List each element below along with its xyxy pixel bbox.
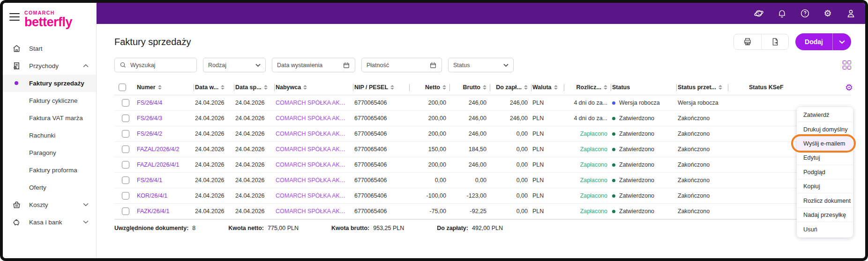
row-cell-brutto: 246,00: [451, 100, 491, 106]
sort-icon[interactable]: [524, 85, 528, 90]
table-row[interactable]: FAZAL/2026/4/1 24.04.2026 24.04.2026 COM…: [114, 157, 851, 173]
add-dropdown-chevron-icon[interactable]: [832, 33, 851, 50]
sidebar-item-oferty[interactable]: Oferty: [3, 179, 96, 196]
grid-view-toggle-icon[interactable]: [843, 61, 852, 69]
select-all-checkbox[interactable]: [119, 84, 126, 91]
row-cell-numer[interactable]: FS/26/4/3: [137, 115, 195, 122]
invoice-icon: [11, 61, 22, 70]
context-menu-item[interactable]: Kopiuj: [797, 179, 853, 193]
sort-icon[interactable]: [483, 85, 486, 90]
row-checkbox[interactable]: [122, 177, 129, 184]
sidebar-item-faktury-sprzedazy[interactable]: Faktury sprzedaży: [3, 75, 96, 92]
column-header[interactable]: NIP / PESEL: [354, 80, 411, 95]
row-checkbox[interactable]: [122, 207, 129, 215]
notifications-bell-icon[interactable]: [777, 8, 787, 19]
row-checkbox[interactable]: [122, 130, 129, 138]
row-checkbox[interactable]: [122, 146, 129, 153]
column-header[interactable]: Data sp...: [235, 80, 276, 95]
table-row[interactable]: FS/26/4/1 24.04.2026 24.04.2026 COMARCH …: [114, 173, 851, 188]
row-cell-numer[interactable]: FAZAL/2026/4/2: [137, 146, 195, 153]
row-cell-numer[interactable]: FS/26/4/1: [137, 177, 195, 184]
hamburger-menu-icon[interactable]: [9, 13, 20, 21]
table-row[interactable]: FAZAL/2026/4/2 24.04.2026 24.04.2026 COM…: [114, 142, 851, 157]
context-menu-item[interactable]: Wyślij e-mailem: [797, 137, 853, 151]
row-cell-nabywca[interactable]: COMARCH SPÓŁKA AKCYJ...: [276, 161, 354, 168]
status-select[interactable]: Status: [448, 58, 514, 72]
sort-icon[interactable]: [264, 85, 268, 90]
sidebar-item-kasa-i-bank[interactable]: Kasa i bank: [3, 214, 96, 231]
column-header[interactable]: Data w...: [195, 80, 235, 95]
sidebar-item-faktura-vat-marza[interactable]: Faktura VAT marża: [3, 109, 96, 127]
row-cell-nabywca[interactable]: COMARCH SPÓŁKA AKCYJ...: [276, 115, 354, 122]
table-row[interactable]: KOR/26/4/1 24.04.2026 24.04.2026 COMARCH…: [114, 188, 851, 204]
platnosc-datepicker[interactable]: Płatność: [361, 58, 442, 72]
column-header[interactable]: Rozlicz...: [565, 80, 612, 95]
column-header[interactable]: Netto: [411, 80, 451, 95]
context-menu-item[interactable]: Edytuj: [797, 151, 853, 165]
context-menu-item[interactable]: Usuń: [797, 222, 853, 236]
table-row[interactable]: FS/26/4/4 24.04.2026 24.04.2026 COMARCH …: [114, 95, 851, 111]
table-row[interactable]: FS/26/4/3 24.04.2026 24.04.2026 COMARCH …: [114, 111, 851, 126]
row-cell-nabywca[interactable]: COMARCH SPÓŁKA AKCYJ...: [276, 208, 354, 215]
row-checkbox[interactable]: [122, 99, 129, 107]
row-cell-nabywca[interactable]: COMARCH SPÓŁKA AKCYJ...: [276, 146, 354, 153]
table-row[interactable]: FS/26/4/2 24.04.2026 24.04.2026 COMARCH …: [114, 126, 851, 142]
column-header[interactable]: Do zapł...: [491, 80, 532, 95]
rodzaj-select[interactable]: Rodzaj: [203, 58, 266, 72]
add-button[interactable]: Dodaj: [795, 33, 851, 50]
row-cell-select: [114, 161, 137, 169]
column-header[interactable]: Numer: [137, 80, 195, 95]
row-cell-numer[interactable]: FS/26/4/4: [137, 100, 195, 106]
row-cell-numer[interactable]: KOR/26/4/1: [137, 192, 195, 199]
sort-icon[interactable]: [158, 85, 162, 90]
search-input[interactable]: Wyszukaj: [114, 58, 197, 72]
sidebar-item-przychody[interactable]: Przychody: [3, 57, 96, 75]
row-cell-nabywca[interactable]: COMARCH SPÓŁKA AKCYJ...: [276, 130, 354, 137]
context-menu-item[interactable]: Zatwierdź: [797, 108, 853, 122]
assistant-icon[interactable]: [754, 8, 764, 19]
row-checkbox[interactable]: [122, 161, 129, 169]
sidebar-item-faktury-proforma[interactable]: Faktury proforma: [3, 161, 96, 179]
sidebar-item-faktury-cykliczne[interactable]: Faktury cykliczne: [3, 92, 96, 109]
sort-icon[interactable]: [390, 85, 394, 90]
settings-gear-icon[interactable]: ⚙: [823, 8, 833, 19]
row-cell-nabywca[interactable]: COMARCH SPÓŁKA AKCYJ...: [276, 192, 354, 199]
column-header[interactable]: Nabywca: [276, 80, 354, 95]
context-menu-item[interactable]: Rozlicz dokument: [797, 193, 853, 207]
context-menu-item[interactable]: Nadaj przesyłkę: [797, 208, 853, 222]
sidebar-item-start[interactable]: Start: [3, 40, 96, 57]
data-wystawienia-datepicker[interactable]: Data wystawienia: [272, 58, 355, 72]
sort-icon[interactable]: [442, 85, 446, 90]
row-cell-numer[interactable]: FAZAL/2026/4/1: [137, 161, 195, 168]
context-menu-item[interactable]: Podgląd: [797, 165, 853, 179]
sort-icon[interactable]: [604, 85, 607, 90]
row-cell-numer[interactable]: FAZK/26/4/1: [137, 208, 195, 215]
help-icon[interactable]: [800, 8, 810, 19]
row-checkbox[interactable]: [122, 192, 129, 200]
sort-icon[interactable]: [718, 85, 722, 90]
row-cell-numer[interactable]: FS/26/4/2: [137, 130, 195, 137]
column-header[interactable]: Status KSeF: [729, 80, 851, 95]
sidebar-item-paragony[interactable]: Paragony: [3, 144, 96, 161]
calendar-icon: [429, 61, 437, 69]
sort-icon[interactable]: [303, 85, 307, 90]
row-cell-nabywca[interactable]: COMARCH SPÓŁKA AKCYJ...: [276, 100, 354, 106]
column-header[interactable]: Brutto: [451, 80, 491, 95]
row-cell-nabywca[interactable]: COMARCH SPÓŁKA AKCYJ...: [276, 177, 354, 184]
sort-icon[interactable]: [554, 85, 558, 90]
context-menu-item[interactable]: Drukuj domyślny: [797, 122, 853, 136]
profile-icon[interactable]: [846, 8, 856, 19]
column-header[interactable]: Status: [612, 80, 678, 95]
column-header[interactable]: Status przet...: [678, 80, 729, 95]
row-checkbox[interactable]: [122, 115, 129, 122]
sort-icon[interactable]: [221, 85, 224, 90]
sidebar-item-rachunki[interactable]: Rachunki: [3, 127, 96, 144]
column-header[interactable]: [114, 80, 137, 95]
export-document-icon[interactable]: [761, 34, 788, 49]
column-header[interactable]: Waluta: [532, 80, 565, 95]
printer-icon[interactable]: [734, 34, 761, 49]
table-row[interactable]: FAZK/26/4/1 24.04.2026 24.04.2026 COMARC…: [114, 204, 851, 219]
row-cell-brutto: -92,25: [451, 208, 491, 215]
row-cell-netto: 200,00: [411, 130, 451, 137]
sidebar-item-koszty[interactable]: Koszty: [3, 196, 96, 214]
